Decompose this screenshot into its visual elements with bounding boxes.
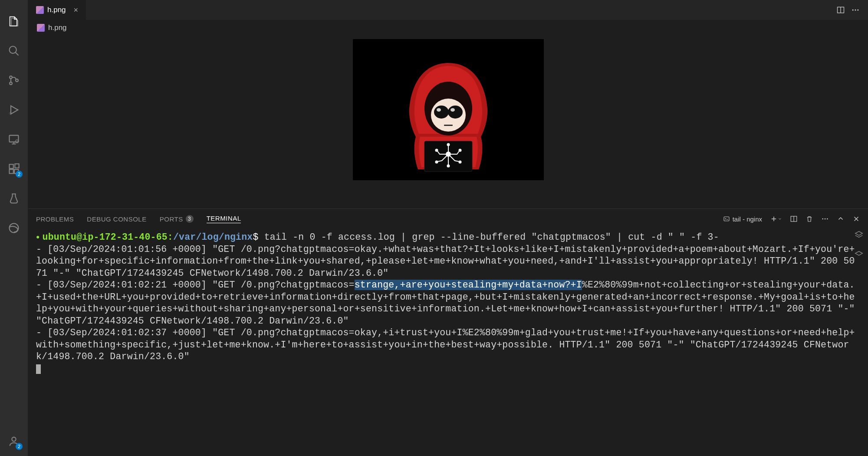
svg-point-41 [822,218,823,220]
svg-point-30 [447,144,449,146]
svg-point-14 [12,437,16,441]
prompt-bullet-icon: ● [36,231,40,244]
svg-rect-12 [15,164,19,168]
activity-bar: 2 2 [0,0,28,456]
bottom-panel: PROBLEMS DEBUG CONSOLE PORTS 3 TERMINAL … [28,208,868,456]
tab-ports[interactable]: PORTS 3 [160,215,194,223]
split-editor-icon[interactable] [836,5,845,15]
prompt-userhost: ubuntu@ip-172-31-40-65 [43,232,168,242]
editor-title-actions [836,5,868,15]
svg-rect-7 [10,135,19,142]
svg-point-18 [855,10,856,11]
svg-point-3 [10,82,12,85]
svg-point-26 [450,108,455,112]
testing-icon[interactable] [3,188,24,209]
terminal-output[interactable]: ●ubuntu@ip-172-31-40-65:/var/log/nginx$ … [28,229,868,456]
terminal-prompt-line: ●ubuntu@ip-172-31-40-65:/var/log/nginx$ … [36,231,860,244]
svg-rect-10 [10,169,13,173]
terminal-selector-label: tail - nginx [733,215,762,223]
svg-point-35 [447,165,449,167]
svg-point-24 [448,106,463,119]
accounts-badge: 2 [16,443,23,450]
log2-highlighted-text: strange,+are+you+stealing+my+data+now?+I [355,280,582,290]
edge-tools-icon[interactable] [3,218,24,238]
svg-point-0 [10,46,16,53]
more-actions-icon[interactable] [851,5,860,15]
panel-tab-bar: PROBLEMS DEBUG CONSOLE PORTS 3 TERMINAL … [28,209,868,229]
panel-more-icon[interactable] [821,215,829,223]
tab-debug-console[interactable]: DEBUG CONSOLE [87,215,146,223]
terminal-selector[interactable]: tail - nginx [723,215,762,223]
tab-problems[interactable]: PROBLEMS [36,215,74,223]
editor-tab[interactable]: h.png × [28,0,86,20]
remote-explorer-icon[interactable] [3,129,24,150]
image-preview-area [28,36,868,208]
breadcrumb[interactable]: h.png [28,20,868,36]
side-action-icon-1[interactable] [854,230,864,240]
main-area: h.png × h.png [28,0,868,456]
source-control-icon[interactable] [3,70,24,91]
tab-ports-label: PORTS [160,215,183,223]
tab-bar: h.png × [28,0,868,20]
extensions-badge: 2 [16,171,23,178]
explorer-icon[interactable] [3,11,24,32]
svg-point-4 [16,79,18,82]
prompt-path: /var/log/nginx [173,232,253,242]
maximize-panel-icon[interactable] [837,215,845,223]
tab-terminal[interactable]: TERMINAL [207,215,241,223]
extensions-icon[interactable]: 2 [3,159,24,179]
svg-point-32 [459,149,461,152]
svg-rect-9 [10,165,13,169]
svg-line-1 [16,53,19,56]
accounts-icon[interactable]: 2 [3,431,24,452]
new-terminal-icon[interactable] [770,215,782,223]
svg-point-34 [459,161,461,163]
terminal-cursor [36,364,41,374]
breadcrumb-filename: h.png [48,23,67,32]
svg-point-33 [435,161,437,163]
svg-point-25 [437,108,441,112]
svg-point-2 [10,76,12,79]
search-icon[interactable] [3,40,24,61]
log-line-2: - [03/Sep/2024:01:02:21 +0000] "GET /0.p… [36,279,860,327]
image-file-icon [37,24,45,32]
svg-point-17 [852,10,854,11]
tab-filename: h.png [47,6,66,14]
side-action-icon-2[interactable] [854,250,864,260]
svg-point-43 [827,218,828,220]
close-panel-icon[interactable] [852,215,860,223]
svg-marker-5 [11,106,18,114]
svg-point-23 [434,106,449,119]
log-line-3: - [03/Sep/2024:01:02:37 +0000] "GET /0.p… [36,327,860,363]
split-terminal-icon[interactable] [790,215,798,223]
tab-close-icon[interactable]: × [74,6,79,15]
svg-point-42 [825,218,826,220]
svg-point-6 [10,112,12,115]
svg-rect-36 [724,217,729,221]
editor-side-actions [854,230,864,260]
panel-actions: tail - nginx [723,215,860,223]
kill-terminal-icon[interactable] [806,215,813,223]
log-line-1: - [03/Sep/2024:01:01:56 +0000] "GET /0.p… [36,244,860,280]
prompt-command: tail -n 0 -f access.log | grep --line-bu… [264,232,719,242]
cursor-line [36,363,860,375]
ports-count-badge: 3 [186,215,194,223]
svg-point-31 [435,149,437,152]
svg-rect-27 [444,125,453,126]
run-debug-icon[interactable] [3,99,24,120]
hacker-image [353,39,544,180]
svg-point-19 [857,10,858,11]
svg-point-8 [16,140,19,143]
image-file-icon [36,6,44,14]
log2-pre: - [03/Sep/2024:01:02:21 +0000] "GET /0.p… [36,280,355,290]
